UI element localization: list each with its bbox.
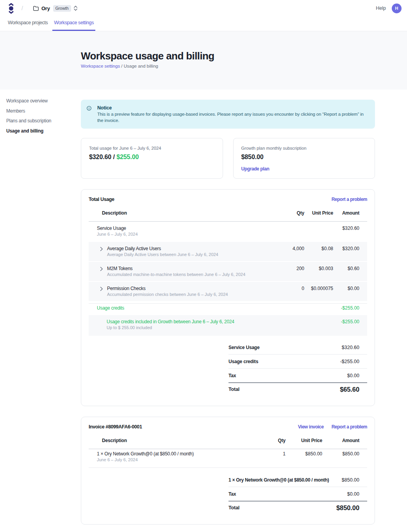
- breadcrumb-current: Usage and billing: [124, 64, 158, 68]
- page-hero: Workspace usage and billing Workspace se…: [0, 31, 407, 90]
- usage-table-header: Description Qty Unit Price Amount: [89, 210, 367, 222]
- invoice-report-problem-link[interactable]: Report a problem: [332, 424, 367, 430]
- usage-item-row[interactable]: Average Daily Active Users Average Daily…: [89, 242, 367, 261]
- usage-report-problem-link[interactable]: Report a problem: [332, 197, 367, 202]
- content-column: Notice This is a preview feature for dis…: [81, 90, 375, 525]
- upgrade-plan-link[interactable]: Upgrade plan: [241, 166, 367, 172]
- view-invoice-link[interactable]: View invoice: [298, 424, 324, 430]
- total-usage-card-amount: $320.60 / $255.00: [89, 153, 215, 161]
- notice-banner: Notice This is a preview feature for dis…: [81, 100, 375, 129]
- breadcrumb: Workspace settings / Usage and billing: [81, 63, 407, 69]
- invoice-totals: 1 × Ory Network Growth@0 (at $850.00 / m…: [228, 473, 367, 517]
- totals-row: Usage credits -$255.00: [228, 355, 367, 369]
- invoice-line-row: 1 × Ory Network Growth@0 (at $850.00 / m…: [89, 449, 367, 468]
- notice-body: This is a preview feature for displaying…: [97, 111, 369, 124]
- plan-card-amount: $850.00: [241, 153, 367, 161]
- help-link[interactable]: Help: [376, 5, 386, 11]
- usage-panel-title: Total Usage: [89, 196, 114, 202]
- workspace-switcher[interactable]: Ory Growth: [33, 5, 78, 12]
- sidebar-item-usage-and-billing[interactable]: Usage and billing: [6, 128, 81, 134]
- totals-row: Service Usage $320.60: [228, 340, 367, 355]
- usage-item-row[interactable]: Permission Checks Accumulated permission…: [89, 282, 367, 301]
- chevron-right-icon: [100, 267, 103, 271]
- sidebar-item-members[interactable]: Members: [6, 108, 81, 114]
- folder-icon: [33, 5, 39, 11]
- sidebar-item-plans-and-subscription[interactable]: Plans and subscription: [6, 118, 81, 124]
- sidebar-item-workspace-overview[interactable]: Workspace overview: [6, 98, 81, 104]
- invoice-panel-title: Invoice #8099AFA6-0001: [89, 424, 142, 430]
- user-avatar[interactable]: H: [392, 4, 402, 13]
- tab-workspace-projects[interactable]: Workspace projects: [6, 16, 49, 31]
- total-usage-panel: Total Usage Report a problem Description…: [81, 189, 375, 406]
- usage-credit-amount: $255.00: [116, 154, 139, 160]
- totals-row: 1 × Ory Network Growth@0 (at $850.00 / m…: [228, 473, 367, 487]
- workspace-name: Ory: [41, 5, 50, 11]
- usage-credits-detail-row: Usage credits included in Growth between…: [89, 315, 367, 336]
- chevron-right-icon: [100, 287, 103, 291]
- totals-row: Tax $0.00: [228, 369, 367, 383]
- usage-grand-total-row: Total $65.60: [228, 383, 367, 398]
- workspace-tabs: Workspace projects Workspace settings: [0, 16, 407, 31]
- total-usage-card-label: Total usage for June 6 – July 6, 2024: [89, 145, 215, 151]
- breadcrumb-slash: /: [21, 5, 23, 11]
- chevron-right-icon: [100, 247, 103, 251]
- invoice-table-header: Description Qty Unit Price Amount: [89, 438, 367, 449]
- main-layout: Workspace overview Members Plans and sub…: [0, 90, 407, 532]
- usage-credits-row: Usage credits -$255.00: [89, 303, 367, 315]
- settings-sidebar: Workspace overview Members Plans and sub…: [0, 90, 81, 525]
- topbar: / Ory Growth Help H: [0, 0, 407, 16]
- page-title: Workspace usage and billing: [81, 50, 407, 63]
- totals-row: Tax $0.00: [228, 487, 367, 502]
- invoice-panel: Invoice #8099AFA6-0001 View invoice Repo…: [81, 417, 375, 525]
- plan-badge: Growth: [53, 5, 71, 12]
- notice-title: Notice: [97, 105, 369, 111]
- info-icon: [87, 105, 91, 124]
- usage-item-row[interactable]: M2M Tokens Accumulated machine-to-machin…: [89, 262, 367, 281]
- total-usage-card: Total usage for June 6 – July 6, 2024 $3…: [81, 138, 223, 179]
- caret-updown-icon: [71, 5, 78, 11]
- breadcrumb-separator: /: [120, 64, 124, 68]
- plan-card: Growth plan monthly subscription $850.00…: [233, 138, 375, 179]
- usage-totals: Service Usage $320.60 Usage credits -$25…: [228, 340, 367, 398]
- service-usage-row: Service Usage June 6 – July 6, 2024 $320…: [89, 222, 367, 242]
- ory-logo-icon[interactable]: [9, 3, 14, 14]
- tab-workspace-settings[interactable]: Workspace settings: [52, 16, 95, 31]
- breadcrumb-link-workspace-settings[interactable]: Workspace settings: [81, 64, 120, 68]
- summary-cards: Total usage for June 6 – July 6, 2024 $3…: [81, 138, 375, 179]
- plan-card-label: Growth plan monthly subscription: [241, 145, 367, 151]
- invoice-grand-total-row: Total $850.00: [228, 502, 367, 517]
